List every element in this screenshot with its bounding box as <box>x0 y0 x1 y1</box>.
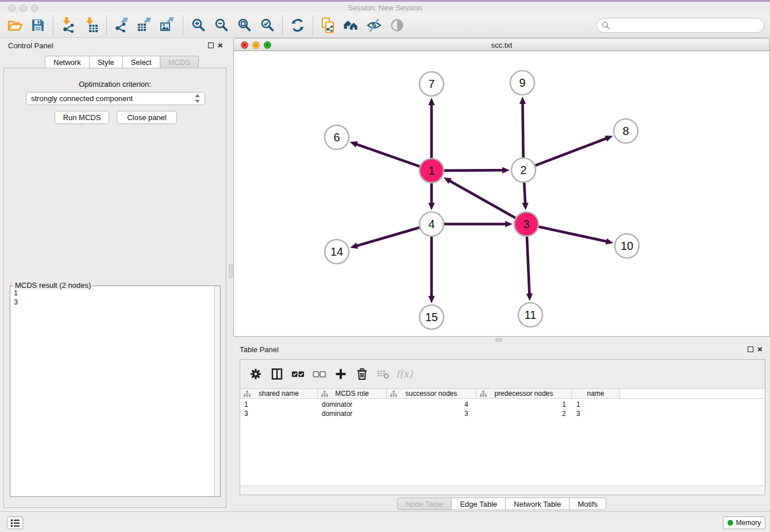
svg-text:10: 10 <box>621 240 633 252</box>
mcds-result-item[interactable]: 3 <box>14 298 18 307</box>
graph-edge-3-10[interactable] <box>537 226 607 242</box>
zoom-out-icon[interactable] <box>210 14 233 37</box>
graph-edge-3-11[interactable] <box>527 235 530 295</box>
column-header-predecessor-nodes[interactable]: predecessor nodes <box>476 389 572 398</box>
cell-mcds-role[interactable]: dominator <box>318 400 387 409</box>
memory-button[interactable]: Memory <box>723 516 765 529</box>
export-image-icon[interactable] <box>156 14 179 37</box>
show-all-icon[interactable] <box>386 14 409 37</box>
graph-node-1[interactable]: 1 <box>419 159 444 183</box>
save-session-icon[interactable] <box>26 14 49 37</box>
toolbar-separator <box>53 16 53 35</box>
import-network-icon[interactable] <box>57 14 80 37</box>
select-all-icon[interactable] <box>287 364 309 384</box>
show-column-panel-icon[interactable] <box>266 364 287 384</box>
graph-node-3[interactable]: 3 <box>514 212 538 236</box>
network-canvas[interactable]: 7968124314101511 <box>233 51 770 337</box>
graph-edge-2-8[interactable] <box>534 138 607 166</box>
zoom-in-icon[interactable] <box>187 14 210 37</box>
graph-edge-1-2[interactable] <box>442 170 503 171</box>
apply-layout-icon[interactable] <box>286 14 309 37</box>
hide-selected-icon[interactable] <box>363 14 386 37</box>
cell-name[interactable]: 1 <box>572 400 620 409</box>
zoom-fit-icon[interactable] <box>233 14 256 37</box>
cell-predecessor-nodes[interactable]: 1 <box>476 400 572 409</box>
graph-node-2[interactable]: 2 <box>511 158 536 182</box>
tab-network[interactable]: Network <box>45 56 90 68</box>
task-history-button[interactable] <box>7 516 23 529</box>
table-horizontal-scrollbar[interactable] <box>240 485 765 495</box>
graph-edge-2-9[interactable] <box>522 103 523 159</box>
cell-name[interactable]: 3 <box>572 409 620 418</box>
network-graph[interactable]: 7968124314101511 <box>234 51 769 336</box>
close-panel-button[interactable]: Close panel <box>117 111 177 124</box>
cell-mcds-role[interactable]: dominator <box>318 409 387 418</box>
search-field[interactable] <box>596 18 764 33</box>
network-window-titlebar[interactable]: × − + scc.txt <box>233 38 770 51</box>
graph-node-11[interactable]: 11 <box>518 303 542 327</box>
delete-table-icon[interactable] <box>372 364 394 384</box>
deselect-all-icon[interactable] <box>309 364 330 384</box>
tab-edge-table[interactable]: Edge Table <box>452 498 506 510</box>
tab-mcds[interactable]: MCDS <box>160 56 199 68</box>
table-panel-title: Table Panel <box>240 345 279 354</box>
add-row-icon[interactable] <box>330 364 351 384</box>
tab-select[interactable]: Select <box>123 56 160 68</box>
export-table-icon[interactable] <box>133 14 156 37</box>
graph-node-6[interactable]: 6 <box>325 125 349 149</box>
graph-edge-2-3[interactable] <box>524 181 525 204</box>
run-mcds-button[interactable]: Run MCDS <box>55 111 109 124</box>
mcds-result-item[interactable]: 1 <box>14 288 18 298</box>
first-neighbors-icon[interactable] <box>340 14 363 37</box>
graph-node-7[interactable]: 7 <box>419 72 444 96</box>
cell-shared-name[interactable]: 1 <box>240 400 318 409</box>
optimization-criterion-label: Optimization criterion: <box>4 80 226 88</box>
column-header-mcds-role[interactable]: MCDS role <box>318 389 387 398</box>
app-titlebar: Session: New Session <box>0 2 770 13</box>
column-header-shared-name[interactable]: shared name <box>240 389 318 398</box>
table-settings-icon[interactable] <box>245 364 266 384</box>
table-toolbar: f(x) <box>240 360 765 388</box>
graph-node-10[interactable]: 10 <box>615 234 639 258</box>
close-panel-icon[interactable]: × <box>218 40 223 51</box>
optimization-criterion-select[interactable]: strongly connected component <box>26 92 205 105</box>
close-panel-icon[interactable]: × <box>757 344 763 354</box>
cell-successor-nodes[interactable]: 3 <box>387 409 476 418</box>
graph-edge-4-14[interactable] <box>356 227 421 246</box>
cell-predecessor-nodes[interactable]: 2 <box>476 409 572 418</box>
graph-node-9[interactable]: 9 <box>510 71 534 95</box>
graph-node-15[interactable]: 15 <box>419 305 444 329</box>
export-network-icon[interactable] <box>110 14 133 37</box>
tab-network-table[interactable]: Network Table <box>506 498 569 510</box>
cell-successor-nodes[interactable]: 4 <box>387 400 476 409</box>
graph-node-8[interactable]: 8 <box>614 119 638 143</box>
tab-motifs[interactable]: Motifs <box>569 498 606 510</box>
graph-node-14[interactable]: 14 <box>325 240 349 264</box>
graph-node-4[interactable]: 4 <box>419 212 444 236</box>
open-session-icon[interactable] <box>3 14 26 37</box>
table-row[interactable]: 1 dominator 4 1 1 <box>240 400 765 409</box>
cell-shared-name[interactable]: 3 <box>240 409 318 418</box>
table-row[interactable]: 3 dominator 3 2 3 <box>240 409 765 418</box>
delete-row-icon[interactable] <box>351 364 372 384</box>
mcds-panel: Optimization criterion: strongly connect… <box>3 68 226 508</box>
tab-style[interactable]: Style <box>90 56 123 68</box>
horizontal-splitter-grip[interactable] <box>495 338 502 342</box>
float-panel-icon[interactable] <box>748 346 753 352</box>
float-panel-icon[interactable] <box>208 43 214 48</box>
zoom-selected-icon[interactable] <box>256 14 279 37</box>
mcds-result-list[interactable]: 1 3 <box>10 286 221 497</box>
column-header-successor-nodes[interactable]: successor nodes <box>387 389 476 398</box>
clone-network-icon[interactable] <box>317 14 340 37</box>
graph-edge-1-6[interactable] <box>356 144 421 167</box>
search-input[interactable] <box>610 20 764 31</box>
graph-edge-3-1[interactable] <box>449 180 517 218</box>
tab-node-table[interactable]: Node Table <box>397 498 452 510</box>
column-header-name[interactable]: name <box>572 389 620 398</box>
panel-splitter-grip[interactable] <box>229 264 233 278</box>
result-scrollbar[interactable] <box>214 286 220 496</box>
svg-text:9: 9 <box>519 76 525 89</box>
main-toolbar <box>0 13 770 38</box>
import-table-icon[interactable] <box>80 14 103 37</box>
function-builder-icon[interactable]: f(x) <box>394 364 415 384</box>
